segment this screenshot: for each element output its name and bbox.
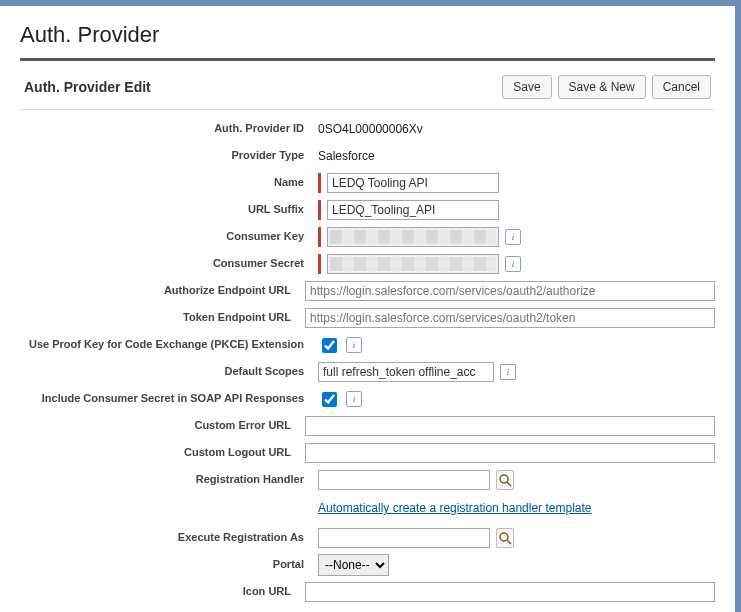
section-header: Auth. Provider Edit Save Save & New Canc… [20, 61, 715, 110]
url-suffix-input[interactable] [327, 200, 499, 220]
value-provider-type: Salesforce [318, 149, 375, 163]
label-include-secret: Include Consumer Secret in SOAP API Resp… [20, 392, 318, 405]
svg-point-5 [500, 475, 508, 483]
label-token-url: Token Endpoint URL [20, 311, 305, 324]
lookup-icon[interactable] [496, 528, 514, 548]
custom-logout-url-input[interactable] [305, 443, 715, 463]
row-custom-logout-url: Custom Logout URL [20, 440, 715, 466]
label-authorize-url: Authorize Endpoint URL [20, 284, 305, 297]
custom-error-url-input[interactable] [305, 416, 715, 436]
row-custom-error-url: Custom Error URL [20, 413, 715, 439]
default-scopes-input[interactable] [318, 362, 494, 382]
consumer-secret-input[interactable] [327, 254, 499, 274]
label-url-suffix: URL Suffix [20, 203, 318, 216]
label-registration-handler: Registration Handler [20, 473, 318, 486]
include-secret-checkbox[interactable] [322, 392, 337, 407]
save-and-new-button[interactable]: Save & New [558, 75, 646, 99]
label-consumer-key: Consumer Key [20, 230, 318, 243]
icon-url-input[interactable] [305, 582, 715, 602]
create-reg-handler-link[interactable]: Automatically create a registration hand… [318, 501, 591, 515]
row-pkce: Use Proof Key for Code Exchange (PKCE) E… [20, 332, 715, 358]
row-registration-handler: Registration Handler [20, 467, 715, 493]
row-name: Name [20, 170, 715, 196]
svg-text:i: i [512, 232, 515, 242]
consumer-key-input[interactable] [327, 227, 499, 247]
label-icon-url: Icon URL [20, 585, 305, 598]
label-consumer-secret: Consumer Secret [20, 257, 318, 270]
edit-panel: Auth. Provider Edit Save Save & New Canc… [20, 61, 715, 612]
svg-text:i: i [512, 259, 515, 269]
svg-text:i: i [353, 394, 356, 404]
label-exec-reg-as: Execute Registration As [20, 531, 318, 544]
section-title: Auth. Provider Edit [24, 79, 151, 95]
row-include-secret: Include Consumer Secret in SOAP API Resp… [20, 386, 715, 412]
pkce-checkbox[interactable] [322, 338, 337, 353]
cancel-button[interactable]: Cancel [652, 75, 711, 99]
label-default-scopes: Default Scopes [20, 365, 318, 378]
svg-point-7 [500, 533, 508, 541]
label-provider-type: Provider Type [20, 149, 318, 162]
row-consumer-key: Consumer Key i [20, 224, 715, 250]
label-custom-error-url: Custom Error URL [20, 419, 305, 432]
page-header: Auth. Provider [0, 6, 735, 58]
page-title: Auth. Provider [20, 22, 159, 47]
required-indicator [318, 227, 321, 247]
label-name: Name [20, 176, 318, 189]
svg-line-6 [507, 482, 511, 486]
row-authorize-endpoint-url: Authorize Endpoint URL [20, 278, 715, 304]
svg-text:i: i [507, 367, 510, 377]
svg-text:i: i [353, 340, 356, 350]
button-group: Save Save & New Cancel [502, 75, 711, 99]
token-url-input[interactable] [305, 308, 715, 328]
info-icon[interactable]: i [346, 391, 362, 407]
row-provider-type: Provider Type Salesforce [20, 143, 715, 169]
exec-reg-as-input[interactable] [318, 528, 490, 548]
lookup-icon[interactable] [496, 470, 514, 490]
value-auth-provider-id: 0SO4L00000006Xv [318, 122, 423, 136]
authorize-url-input[interactable] [305, 281, 715, 301]
row-registration-handler-link: Automatically create a registration hand… [20, 495, 715, 521]
row-icon-url: Icon URL [20, 579, 715, 605]
required-indicator [318, 200, 321, 220]
required-indicator [318, 254, 321, 274]
label-portal: Portal [20, 558, 318, 571]
label-custom-logout-url: Custom Logout URL [20, 446, 305, 459]
row-portal: Portal --None-- [20, 552, 715, 578]
save-button[interactable]: Save [502, 75, 551, 99]
name-input[interactable] [327, 173, 499, 193]
info-icon[interactable]: i [505, 256, 521, 272]
info-icon[interactable]: i [346, 337, 362, 353]
label-pkce: Use Proof Key for Code Exchange (PKCE) E… [20, 338, 318, 351]
required-indicator [318, 173, 321, 193]
row-execute-registration-as: Execute Registration As [20, 525, 715, 551]
row-consumer-secret: Consumer Secret i [20, 251, 715, 277]
portal-select[interactable]: --None-- [318, 554, 389, 576]
svg-line-8 [507, 540, 511, 544]
row-icon-url-link: Choose one of our sample icons [20, 607, 715, 612]
info-icon[interactable]: i [500, 364, 516, 380]
info-icon[interactable]: i [505, 229, 521, 245]
label-auth-provider-id: Auth. Provider ID [20, 122, 318, 135]
form-body: Auth. Provider ID 0SO4L00000006Xv Provid… [20, 110, 715, 612]
row-auth-provider-id: Auth. Provider ID 0SO4L00000006Xv [20, 116, 715, 142]
row-token-endpoint-url: Token Endpoint URL [20, 305, 715, 331]
registration-handler-input[interactable] [318, 470, 490, 490]
row-default-scopes: Default Scopes i [20, 359, 715, 385]
row-url-suffix: URL Suffix [20, 197, 715, 223]
